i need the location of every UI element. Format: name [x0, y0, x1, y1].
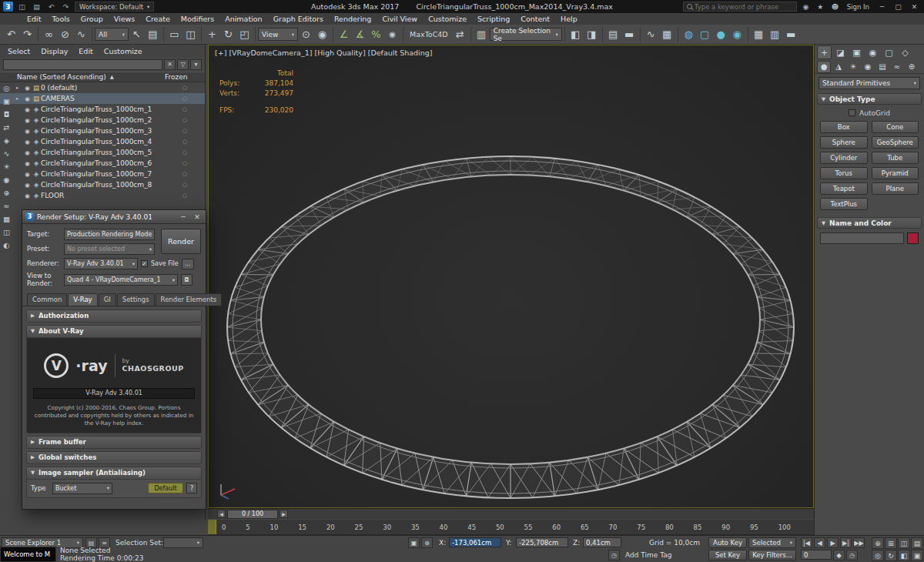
visibility-icon[interactable]: ◉	[23, 95, 32, 102]
dialog-minimize-icon[interactable]: ─	[178, 213, 189, 221]
frozen-toggle-icon[interactable]: ○	[165, 85, 205, 91]
play-animation-icon[interactable]: ▶	[827, 537, 839, 548]
category-shapes-icon[interactable]: ◮	[832, 61, 845, 73]
lock-view-icon[interactable]: ◘	[181, 274, 192, 286]
table-row[interactable]: ▸◉▤CAMERAS○	[0, 93, 205, 104]
filter-lights-icon[interactable]: ☀	[1, 160, 13, 172]
field-of-view-icon[interactable]: ▤	[911, 537, 923, 549]
render-iterative-icon[interactable]: ◉	[729, 26, 745, 42]
tab-display-icon[interactable]: ▢	[882, 45, 896, 59]
window-crossing-icon[interactable]: ◫	[182, 26, 199, 42]
help-button[interactable]: ?	[186, 483, 197, 493]
snap-toggle-3d-icon[interactable]: ∠	[336, 26, 352, 42]
se-menu-select[interactable]: Select	[8, 47, 30, 55]
render-button[interactable]: Render	[161, 229, 201, 254]
selection-set-dropdown[interactable]: ▾	[163, 537, 203, 548]
dialog-title-bar[interactable]: 3 Render Setup: V-Ray Adv 3.40.01 ─ ✕	[22, 210, 206, 224]
frozen-toggle-icon[interactable]: ○	[165, 117, 205, 123]
sign-in-link[interactable]: Sign In	[844, 3, 872, 11]
mirror-icon[interactable]: ◧	[567, 26, 584, 42]
sampler-type-dropdown[interactable]: Bucket▾	[52, 483, 112, 494]
textplus-button[interactable]: TextPlus	[820, 198, 868, 210]
time-configuration-icon[interactable]: ◷	[846, 550, 858, 560]
scene-explorer-toggle-icon[interactable]: ▦	[751, 26, 767, 42]
render-production-icon[interactable]: ●	[713, 26, 729, 42]
default-button[interactable]: Default	[148, 483, 183, 493]
preset-dropdown[interactable]: No preset selected▾	[64, 243, 155, 255]
tab-motion-icon[interactable]: ◉	[865, 45, 880, 59]
layer-explorer-icon[interactable]: ▥	[767, 26, 783, 42]
filter-shapes-icon[interactable]: ∿	[1, 147, 13, 159]
close-button[interactable]: ✕	[908, 3, 921, 11]
curve-editor-icon[interactable]: ∿	[643, 26, 659, 42]
frozen-toggle-icon[interactable]: ○	[165, 139, 205, 145]
select-and-link-icon[interactable]: ∞	[41, 26, 57, 42]
dialog-close-icon[interactable]: ✕	[192, 213, 203, 221]
save-file-icon[interactable]: ▤	[31, 3, 42, 11]
visibility-icon[interactable]: ◉	[23, 106, 32, 113]
render-setup-icon[interactable]: ◍	[681, 26, 697, 42]
table-row[interactable]: ◉◈CircleTriangularTruss_1000cm_2○	[0, 115, 205, 125]
auto-key-button[interactable]: Auto Key	[708, 537, 747, 548]
frozen-toggle-icon[interactable]: ○	[165, 128, 205, 134]
filter-cameras-icon[interactable]: ◉	[1, 173, 13, 186]
frozen-column-header[interactable]: Frozen	[165, 73, 205, 81]
select-and-rotate-icon[interactable]: ↻	[220, 26, 236, 42]
filter-materials-icon[interactable]: ◐	[1, 239, 13, 251]
track-bar-marker[interactable]	[208, 520, 216, 534]
frame-forward-icon[interactable]: ▶	[280, 510, 288, 518]
select-and-manipulate-icon[interactable]: ◉	[314, 26, 330, 42]
redo-quick-icon[interactable]: ↷	[60, 3, 72, 11]
named-selection-set-dropdown[interactable]: Create Selection Se▾	[490, 28, 562, 41]
welcome-window-titlebar[interactable]: Welcome to M	[0, 547, 56, 562]
pin-explorer-icon[interactable]: ▣	[1, 95, 13, 107]
frozen-toggle-icon[interactable]: ○	[165, 192, 205, 199]
search-input[interactable]	[695, 3, 793, 11]
visibility-icon[interactable]: ◉	[23, 171, 32, 178]
menu-views[interactable]: Views	[109, 15, 141, 23]
pan-view-icon[interactable]: ◎	[872, 550, 884, 561]
lock-explorer-icon[interactable]: ◘	[1, 108, 13, 120]
autogrid-checkbox[interactable]	[849, 109, 855, 116]
menu-modifiers[interactable]: Modifiers	[176, 15, 219, 23]
orbit-icon[interactable]: ↻	[885, 550, 897, 561]
name-column-header[interactable]: Name (Sorted Ascending)	[17, 73, 106, 81]
select-and-scale-icon[interactable]: ◰	[236, 26, 253, 42]
scene-search-input[interactable]	[3, 59, 162, 70]
tab-vray[interactable]: V-Ray	[68, 293, 97, 306]
category-geometry-icon[interactable]: ●	[817, 61, 831, 73]
zoom-extents-icon[interactable]: ◫	[898, 537, 910, 549]
frozen-toggle-icon[interactable]: ○	[165, 149, 205, 156]
viewport-label[interactable]: [+] [VRayDomeCamera_1] [High Quality] [D…	[215, 49, 432, 57]
cone-button[interactable]: Cone	[872, 121, 919, 133]
pyramid-button[interactable]: Pyramid	[872, 167, 919, 179]
plane-button[interactable]: Plane	[872, 182, 919, 195]
table-row[interactable]: ◉◈CircleTriangularTruss_1000cm_7○	[0, 169, 205, 179]
rollout-global-switches[interactable]: ▶Global switches	[27, 452, 201, 463]
rendered-frame-window-icon[interactable]: ▢	[697, 26, 713, 42]
category-lights-icon[interactable]: ☀	[846, 61, 860, 73]
select-object-icon[interactable]: ↖	[129, 26, 145, 42]
spinner-snap-icon[interactable]: ◉	[384, 26, 400, 42]
z-coordinate-field[interactable]: 0,41cm	[583, 537, 621, 547]
user-icon[interactable]: ☻	[829, 3, 841, 11]
table-row[interactable]: ◉◈CircleTriangularTruss_1000cm_1○	[0, 104, 205, 115]
save-file-checkbox[interactable]: ✓	[141, 260, 148, 267]
key-filters-button[interactable]: Key Filters...	[748, 550, 796, 560]
next-frame-icon[interactable]: ▶|	[840, 537, 852, 548]
frozen-toggle-icon[interactable]: ○	[165, 160, 205, 166]
current-frame-field[interactable]: 0	[801, 550, 832, 560]
bind-space-warp-icon[interactable]: ∿	[73, 26, 89, 42]
favorites-icon[interactable]: ★	[815, 3, 826, 11]
visibility-icon[interactable]: ◉	[23, 117, 32, 124]
unlink-selection-icon[interactable]: ⊘	[57, 26, 73, 42]
set-key-button[interactable]: Set Key	[708, 550, 747, 560]
filter-helpers-icon[interactable]: ⊕	[1, 186, 13, 199]
frozen-toggle-icon[interactable]: ○	[165, 171, 205, 177]
table-row[interactable]: ◉◈CircleTriangularTruss_1000cm_3○	[0, 125, 205, 136]
menu-rendering[interactable]: Rendering	[329, 15, 377, 23]
maximize-button[interactable]: ▢	[892, 3, 905, 11]
table-row[interactable]: ◉◈CircleTriangularTruss_1000cm_4○	[0, 136, 205, 147]
angle-snap-icon[interactable]: ∡	[352, 26, 368, 42]
renderer-dropdown[interactable]: V-Ray Adv 3.40.01▾	[64, 258, 138, 269]
